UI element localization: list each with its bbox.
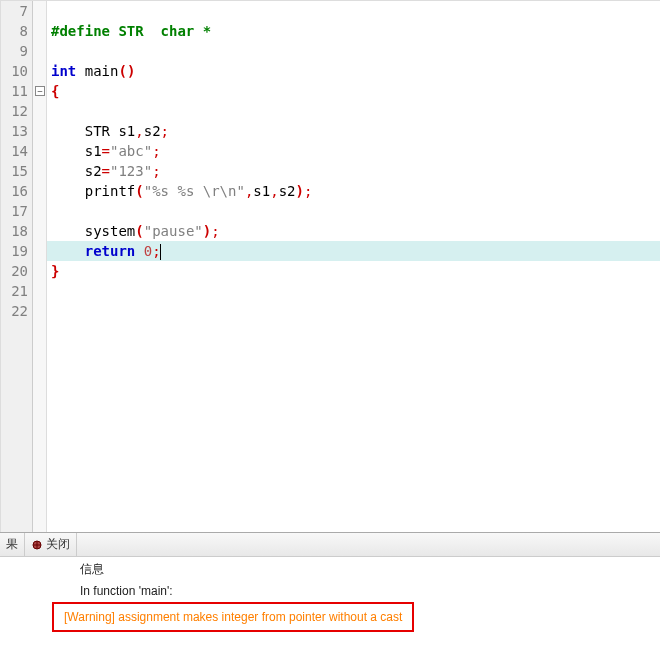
token: s2 (51, 163, 102, 179)
line-number: 14 (1, 141, 28, 161)
close-tab-label: 关闭 (46, 536, 70, 553)
line-number: 20 (1, 261, 28, 281)
code-line[interactable] (47, 281, 660, 301)
token: ; (152, 143, 160, 159)
line-number: 15 (1, 161, 28, 181)
token: 0 (144, 243, 152, 259)
line-number: 8 (1, 21, 28, 41)
line-number-gutter: 78910111213141516171819202122 (1, 1, 33, 532)
line-number: 18 (1, 221, 28, 241)
token: () (118, 63, 135, 79)
token: s1 (253, 183, 270, 199)
token: ; (211, 223, 219, 239)
token: s1 (51, 143, 102, 159)
token: "%s %s \r\n" (144, 183, 245, 199)
line-number: 10 (1, 61, 28, 81)
output-panel: 果 关闭 信息 In function 'main': [Warning] as… (0, 532, 660, 650)
message-context: In function 'main': (80, 582, 660, 600)
token: { (51, 83, 59, 99)
token: ( (135, 223, 143, 239)
token (51, 203, 59, 219)
token: , (135, 123, 143, 139)
code-line[interactable]: } (47, 261, 660, 281)
token: system (51, 223, 135, 239)
code-line[interactable] (47, 301, 660, 321)
code-line[interactable]: printf("%s %s \r\n",s1,s2); (47, 181, 660, 201)
token: "123" (110, 163, 152, 179)
line-number: 21 (1, 281, 28, 301)
token: ) (295, 183, 303, 199)
token: STR s1 (51, 123, 135, 139)
token: ; (304, 183, 312, 199)
token: "abc" (110, 143, 152, 159)
token: ( (135, 183, 143, 199)
token: int (51, 63, 76, 79)
code-line[interactable]: #define STR char * (47, 21, 660, 41)
bug-icon (31, 539, 43, 551)
line-number: 22 (1, 301, 28, 321)
code-line[interactable]: system("pause"); (47, 221, 660, 241)
line-number: 11 (1, 81, 28, 101)
text-cursor (160, 244, 161, 260)
code-line[interactable] (47, 41, 660, 61)
token (51, 303, 59, 319)
line-number: 9 (1, 41, 28, 61)
panel-tabs[interactable]: 果 关闭 (0, 533, 660, 557)
code-line[interactable]: return 0; (47, 241, 660, 261)
line-number: 17 (1, 201, 28, 221)
tab-result-fragment[interactable]: 果 (0, 533, 25, 556)
message-header: 信息 (80, 557, 660, 582)
token (51, 243, 85, 259)
token: } (51, 263, 59, 279)
token: s2 (279, 183, 296, 199)
token: = (102, 143, 110, 159)
warning-message[interactable]: [Warning] assignment makes integer from … (64, 610, 402, 624)
line-number: 19 (1, 241, 28, 261)
token: return (85, 243, 136, 259)
token: s2 (144, 123, 161, 139)
token (51, 3, 59, 19)
line-number: 7 (1, 1, 28, 21)
token: ) (203, 223, 211, 239)
code-line[interactable] (47, 201, 660, 221)
line-number: 13 (1, 121, 28, 141)
token: #define STR char * (51, 23, 211, 39)
token (51, 103, 59, 119)
code-line[interactable] (47, 101, 660, 121)
code-editor[interactable]: 78910111213141516171819202122 − #define … (0, 0, 660, 532)
line-number: 12 (1, 101, 28, 121)
token (135, 243, 143, 259)
code-area[interactable]: #define STR char * int main(){ STR s1,s2… (47, 1, 660, 532)
code-line[interactable]: s2="123"; (47, 161, 660, 181)
token (51, 283, 59, 299)
tab-label: 果 (6, 536, 18, 553)
fold-column[interactable]: − (33, 1, 47, 532)
fold-toggle-icon[interactable]: − (35, 86, 45, 96)
message-area[interactable]: 信息 In function 'main': [Warning] assignm… (0, 557, 660, 650)
token: , (270, 183, 278, 199)
line-number: 16 (1, 181, 28, 201)
token: ; (152, 163, 160, 179)
token: = (102, 163, 110, 179)
token: ; (161, 123, 169, 139)
token (51, 43, 59, 59)
warning-highlight-box: [Warning] assignment makes integer from … (52, 602, 414, 632)
code-line[interactable]: STR s1,s2; (47, 121, 660, 141)
token: printf (51, 183, 135, 199)
close-tab[interactable]: 关闭 (25, 533, 77, 556)
code-line[interactable] (47, 1, 660, 21)
token: main (76, 63, 118, 79)
code-line[interactable]: s1="abc"; (47, 141, 660, 161)
token: "pause" (144, 223, 203, 239)
code-line[interactable]: int main() (47, 61, 660, 81)
code-line[interactable]: { (47, 81, 660, 101)
